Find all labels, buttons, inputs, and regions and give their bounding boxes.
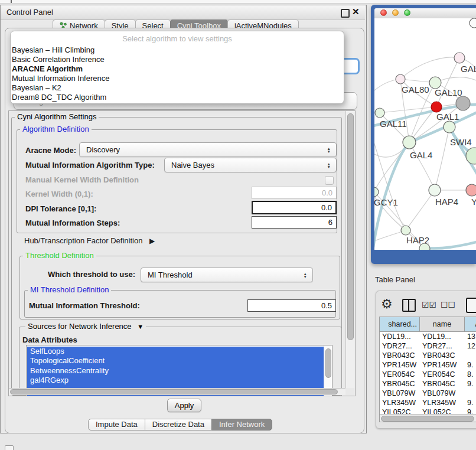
- new-table-icon[interactable]: [466, 298, 476, 313]
- column-header-name[interactable]: name: [420, 317, 465, 332]
- window-zoom-icon[interactable]: [404, 9, 410, 16]
- window-close-icon[interactable]: [380, 9, 387, 16]
- node-label: GAL1: [436, 112, 459, 122]
- node-label: GCY1: [374, 197, 398, 207]
- select-all-columns-icon[interactable]: ☑☑: [422, 300, 436, 309]
- node-label: GAL10: [435, 87, 462, 97]
- network-canvas[interactable]: GAL GAL80 GAL10 GAL1 GAL11 SWI4 GAL4 GCY…: [374, 18, 476, 250]
- list-item[interactable]: gal4RGexp: [27, 376, 324, 385]
- settings-scrollpane: Cyni Algorithm Settings Algorithm Defini…: [8, 110, 356, 396]
- mi-threshold-input[interactable]: 0.5: [247, 299, 336, 312]
- node-swi4: [444, 121, 455, 133]
- table-header-row: shared... name A: [380, 317, 476, 332]
- node-gal80: [396, 74, 405, 84]
- dropdown-item[interactable]: Dream8 DC_TDC Algorithm: [11, 93, 344, 102]
- list-item[interactable]: SelfLoops: [27, 347, 324, 356]
- combo-arrows-icon: ▲▼: [327, 162, 331, 168]
- kernel-width-input[interactable]: 0.0: [252, 187, 337, 199]
- settings-hscrollbar[interactable]: [9, 388, 345, 395]
- table-settings-gear-icon[interactable]: ⚙: [381, 296, 393, 311]
- mi-type-label: Mutual Information Algorithm Type:: [25, 161, 155, 169]
- table-row[interactable]: YER054CYER054C8.: [380, 370, 476, 379]
- settings-hscrollbar-thumb[interactable]: [10, 389, 338, 394]
- table-hscrollbar-thumb[interactable]: [381, 416, 474, 422]
- table-row[interactable]: YDL19...YDL19...13: [380, 332, 476, 341]
- application: Control Panel ✕ Network Style Select Cyn…: [0, 0, 476, 450]
- node-label: GAL11: [380, 119, 407, 129]
- node-label: SWI4: [450, 137, 472, 147]
- expand-right-icon: ▶: [149, 237, 155, 245]
- window-minimize-icon[interactable]: [392, 9, 399, 16]
- which-threshold-label: Which threshold to use:: [48, 270, 135, 279]
- table-body: YDL19...YDL19...13 YDR27...YDR27...12 YB…: [380, 332, 476, 417]
- list-item[interactable]: BetweennessCentrality: [27, 366, 324, 376]
- node-label: HAP2: [406, 235, 429, 245]
- node-gal2: [454, 53, 465, 63]
- threshold-definition-title: Threshold Definition: [23, 252, 96, 260]
- network-window-titlebar[interactable]: [374, 8, 476, 19]
- dropdown-item[interactable]: Bayesian – Hill Climbing: [11, 45, 344, 55]
- node-gal10: [429, 77, 441, 89]
- dpi-tolerance-label: DPI Tolerance [0,1]:: [25, 204, 96, 213]
- table-row[interactable]: YBR043CYBR043C: [380, 351, 476, 360]
- node: [375, 108, 384, 118]
- column-header-shared-name[interactable]: shared...: [380, 317, 420, 332]
- list-scrollbar-thumb[interactable]: [325, 348, 331, 378]
- table-row[interactable]: YPR145WYPR145W9.: [380, 360, 476, 370]
- manual-kernel-checkbox[interactable]: [325, 176, 334, 185]
- node-label: Y: [471, 197, 476, 207]
- node-label: GAL4: [410, 150, 432, 160]
- dropdown-item-selected[interactable]: ARACNE Algorithm: [11, 64, 344, 74]
- mi-threshold-title: MI Threshold Definition: [28, 286, 111, 294]
- dropdown-prompt: Select algorithm to view settings: [11, 34, 344, 44]
- control-panel-titlebar[interactable]: [1, 5, 365, 20]
- node-label: GAL80: [402, 84, 429, 94]
- table-hscrollbar[interactable]: [380, 414, 476, 422]
- split-columns-icon[interactable]: [402, 299, 416, 312]
- node-label: GAL: [461, 64, 476, 74]
- tab-impute-data[interactable]: Impute Data: [88, 419, 145, 431]
- settings-vscrollbar-thumb[interactable]: [347, 113, 354, 340]
- aracne-mode-combobox[interactable]: Discovery ▲▼: [79, 142, 337, 157]
- dropdown-item[interactable]: Mutual Information Inference: [11, 74, 344, 83]
- hub-definition-expander[interactable]: Hub/Transcription Factor Definition ▶: [24, 236, 155, 245]
- node: [470, 18, 476, 28]
- node-table: shared... name A YDL19...YDL19...13 YDR2…: [379, 317, 476, 422]
- minimized-panel-icon[interactable]: [5, 445, 14, 450]
- dropdown-item[interactable]: Bayesian – K2: [11, 83, 344, 93]
- settings-vscrollbar[interactable]: [345, 111, 354, 388]
- node-gal1: [431, 102, 442, 112]
- dropdown-item[interactable]: Basic Correlation Inference: [11, 55, 344, 64]
- apply-button[interactable]: Apply: [167, 399, 201, 412]
- list-item[interactable]: TopologicalCoefficient: [27, 356, 324, 366]
- node-gal4: [403, 136, 416, 149]
- mi-steps-input[interactable]: 6: [252, 216, 337, 229]
- aracne-mode-label: Aracne Mode:: [25, 146, 76, 155]
- table-row[interactable]: YBR045CYBR045C9.: [380, 379, 476, 389]
- tab-infer-network[interactable]: Infer Network: [211, 419, 272, 431]
- control-panel-title: Control Panel: [6, 5, 53, 19]
- mi-type-combobox[interactable]: Naive Bayes ▲▼: [164, 158, 337, 172]
- which-threshold-combobox[interactable]: MI Threshold ▲▼: [141, 268, 313, 282]
- table-row[interactable]: YLR345WYLR345W9.: [380, 398, 476, 407]
- column-header-next[interactable]: A: [465, 317, 476, 332]
- node-salmon: [466, 184, 476, 196]
- algorithm-dropdown-popup: Select algorithm to view settings Bayesi…: [10, 31, 344, 104]
- combo-arrows-icon: ▲▼: [327, 146, 331, 153]
- sources-title[interactable]: Sources for Network Inference ▼: [25, 322, 146, 331]
- control-panel-window: Control Panel ✕ Network Style Select Cyn…: [0, 5, 367, 433]
- unselect-all-columns-icon[interactable]: ☐☐: [441, 300, 455, 309]
- tab-discretize-data[interactable]: Discretize Data: [145, 419, 212, 431]
- table-row[interactable]: YDR27...YDR27...12: [380, 341, 476, 351]
- dpi-tolerance-input[interactable]: 0.0: [252, 201, 337, 214]
- cyni-algorithm-settings-title: Cyni Algorithm Settings: [15, 113, 99, 121]
- manual-kernel-label: Manual Kernel Width Definition: [25, 175, 139, 184]
- node-hap2: [401, 226, 410, 235]
- close-panel-icon[interactable]: ✕: [352, 6, 360, 17]
- float-window-icon[interactable]: [341, 9, 350, 18]
- mi-steps-label: Mutual Information Steps:: [25, 219, 120, 227]
- top-toolbar-tick: [11, 0, 12, 3]
- kernel-width-label: Kernel Width (0,1):: [25, 190, 93, 198]
- table-row[interactable]: YBL079WYBL079W: [380, 389, 476, 398]
- algorithm-definition-title: Algorithm Definition: [20, 125, 92, 133]
